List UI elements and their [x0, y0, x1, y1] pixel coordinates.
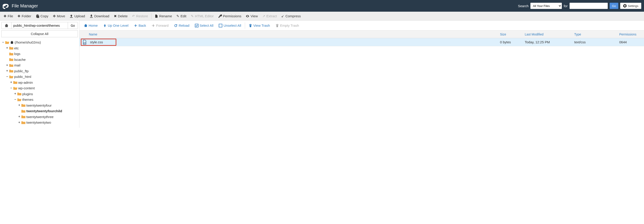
col-size[interactable]: Size: [500, 32, 525, 36]
tree-item-label: public_ftp: [14, 68, 28, 74]
back-button[interactable]: Back: [131, 22, 149, 29]
download-button[interactable]: Download: [87, 13, 112, 19]
arrow-left-icon: [134, 24, 138, 27]
copy-label: Copy: [40, 14, 48, 18]
up-one-level-button[interactable]: Up One Level: [100, 22, 131, 29]
move-button[interactable]: ✥Move: [51, 13, 68, 19]
folder-closed-icon: [22, 115, 26, 119]
folder-closed-icon: [17, 92, 22, 96]
toggle-icon[interactable]: +: [18, 103, 20, 108]
select-all-label: Select All: [200, 23, 214, 27]
permissions-button[interactable]: Permissions: [216, 13, 244, 19]
upload-button[interactable]: Upload: [67, 13, 87, 19]
app-title: File Manager: [12, 3, 38, 8]
collapse-all-button[interactable]: Collapse All: [1, 30, 78, 37]
folder-closed-icon: [22, 120, 26, 124]
path-input[interactable]: [12, 22, 68, 29]
tree-item[interactable]: +public_ftp: [2, 68, 79, 74]
edit-label: Edit: [180, 14, 186, 18]
new-folder-button[interactable]: ✚Folder: [15, 13, 34, 19]
tree-item[interactable]: +plugins: [2, 91, 79, 97]
toggle-icon[interactable]: +: [6, 63, 8, 68]
home-button[interactable]: Home: [81, 22, 100, 29]
tree-root-label: (/home/shu02ms): [15, 39, 41, 45]
reload-icon: [174, 24, 178, 27]
rename-button[interactable]: Rename: [152, 13, 174, 19]
tree-item-label: logs: [14, 51, 20, 57]
navigation-bar: Home Up One Level Back Forward Reload Se…: [80, 21, 644, 30]
empty-trash-label: Empty Trash: [280, 23, 299, 27]
view-trash-button[interactable]: View Trash: [246, 22, 273, 29]
tree-item-label: wp-admin: [18, 80, 33, 86]
trash-icon: [249, 24, 252, 27]
edit-button[interactable]: ✎Edit: [174, 13, 188, 19]
table-row[interactable]: style.css0 bytesToday, 12:25 PMtext/css0…: [80, 38, 644, 46]
toggle-icon[interactable]: −: [6, 74, 8, 80]
tree-item[interactable]: +twentytwentytwo: [2, 120, 79, 125]
tree-item-label: mail: [14, 62, 20, 68]
tree-item[interactable]: +twentytwentythree: [2, 114, 79, 120]
unselect-all-label: Unselect All: [224, 23, 241, 27]
search-scope-select[interactable]: All Your Files: [530, 3, 562, 9]
delete-button[interactable]: ✖Delete: [112, 13, 130, 19]
compress-button[interactable]: ↙Compress: [279, 13, 303, 19]
forward-button[interactable]: Forward: [149, 22, 171, 29]
tree-item[interactable]: lscache: [2, 57, 79, 63]
upload-label: Upload: [74, 14, 85, 18]
reload-button[interactable]: Reload: [171, 22, 192, 29]
html-editor-label: HTML Editor: [195, 14, 214, 18]
search-input[interactable]: [570, 3, 608, 9]
tree-item[interactable]: logs: [2, 51, 79, 57]
tree-item[interactable]: −themes: [2, 97, 79, 103]
app-header: File Manager Search All Your Files for G…: [0, 0, 644, 12]
toggle-icon[interactable]: −: [10, 86, 12, 91]
copy-button[interactable]: Copy: [34, 13, 51, 19]
toggle-icon[interactable]: −: [2, 40, 4, 45]
settings-button[interactable]: Settings: [620, 3, 641, 9]
unselect-all-button[interactable]: Unselect All: [216, 22, 244, 29]
path-bar: Go: [1, 22, 78, 29]
restore-button[interactable]: ↶Restore: [130, 13, 150, 19]
toggle-icon[interactable]: +: [10, 80, 12, 85]
tree-item[interactable]: −wp-content: [2, 85, 79, 91]
empty-trash-button[interactable]: Empty Trash: [273, 22, 302, 29]
tree-item[interactable]: +twentytwentyfour: [2, 103, 79, 109]
delete-label: Delete: [118, 14, 128, 18]
toggle-icon[interactable]: +: [14, 91, 16, 97]
new-file-button[interactable]: ✚File: [1, 13, 15, 19]
col-name[interactable]: Name: [80, 32, 500, 36]
toggle-icon[interactable]: +: [18, 120, 20, 125]
plus-icon: ✚: [4, 14, 6, 18]
square-icon: [219, 24, 222, 27]
select-all-button[interactable]: Select All: [192, 22, 216, 29]
toggle-icon[interactable]: +: [6, 68, 8, 74]
toggle-icon[interactable]: +: [6, 45, 8, 51]
search-go-button[interactable]: Go: [610, 3, 618, 9]
path-go-button[interactable]: Go: [68, 22, 78, 29]
toggle-icon[interactable]: +: [18, 114, 20, 119]
home-icon-button[interactable]: [2, 22, 12, 29]
compress-label: Compress: [285, 14, 300, 18]
col-permissions[interactable]: Permissions: [619, 32, 644, 36]
tree-item[interactable]: +etc: [2, 45, 79, 51]
col-type[interactable]: Type: [574, 32, 619, 36]
tree-item[interactable]: twentytwentyfourchild: [2, 108, 79, 114]
extract-label: Extract: [266, 14, 277, 18]
move-icon: ✥: [53, 14, 56, 18]
file-highlight-box: style.css: [81, 39, 116, 46]
tree-item[interactable]: −public_html: [2, 74, 79, 80]
extract-button[interactable]: ↗Extract: [260, 13, 279, 19]
tree-root[interactable]: − (/home/shu02ms): [2, 39, 79, 45]
tree-item[interactable]: +mail: [2, 62, 79, 68]
html-editor-button[interactable]: ✎HTML Editor: [188, 13, 216, 19]
view-button[interactable]: View: [244, 13, 260, 19]
file-size: 0 bytes: [500, 40, 525, 44]
back-label: Back: [138, 23, 146, 27]
tree-item[interactable]: +wp-admin: [2, 80, 79, 86]
col-modified[interactable]: Last Modified: [525, 32, 574, 36]
folder-closed-icon: [22, 103, 26, 107]
folder-open-icon: [13, 86, 17, 90]
plus-icon: ✚: [18, 14, 20, 18]
toggle-icon[interactable]: −: [14, 97, 16, 102]
file-modified: Today, 12:25 PM: [525, 40, 574, 44]
